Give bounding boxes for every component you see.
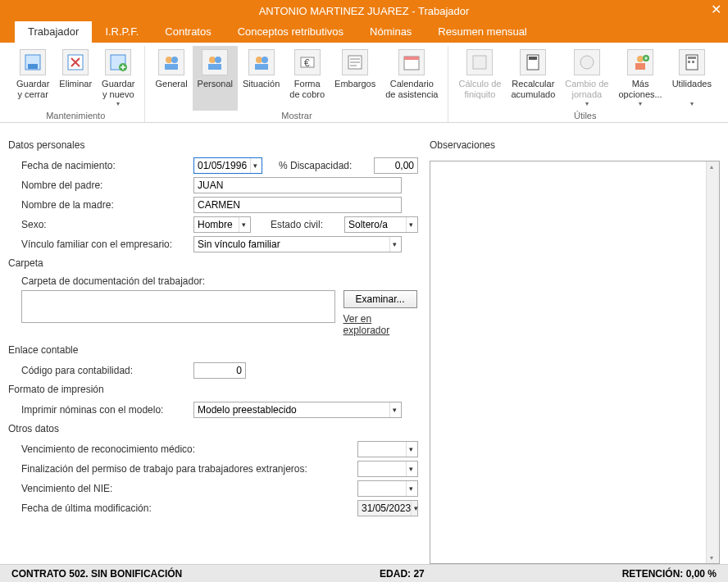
calendario-button[interactable]: Calendario de asistencia — [380, 46, 443, 111]
discapacidad-field[interactable] — [374, 157, 418, 174]
carpeta-textarea[interactable] — [21, 290, 335, 323]
chevron-down-icon: ▾ — [389, 402, 399, 417]
sexo-select[interactable]: Hombre▾ — [193, 216, 251, 233]
svg-point-11 — [256, 57, 262, 63]
mas-opciones-button[interactable]: Más opciones...▾ — [613, 46, 667, 111]
tab-irpf[interactable]: I.R.P.F. — [92, 20, 152, 43]
fecha-nacimiento-field[interactable]: 01/05/1996▾ — [193, 157, 262, 174]
ver-explorador-link[interactable]: Ver en explorador — [344, 313, 418, 336]
group-label: Mostrar — [281, 111, 312, 122]
tab-nominas[interactable]: Nóminas — [357, 20, 425, 43]
svg-point-9 — [215, 57, 221, 63]
tab-trabajador[interactable]: Trabajador — [15, 20, 92, 43]
utilidades-button[interactable]: Utilidades▾ — [667, 46, 717, 111]
mas-opciones-icon — [627, 49, 653, 75]
chevron-down-icon: ▾ — [250, 158, 260, 173]
svg-rect-13 — [255, 64, 268, 70]
tab-contratos[interactable]: Contratos — [152, 20, 224, 43]
chevron-down-icon: ▾ — [389, 237, 399, 252]
chevron-down-icon: ▾ — [406, 481, 416, 496]
imprimir-modelo-select[interactable]: Modelo preestablecido▾ — [193, 402, 402, 418]
general-button[interactable]: General — [150, 46, 192, 111]
eliminar-button[interactable]: Eliminar — [54, 46, 97, 111]
tab-conceptos[interactable]: Conceptos retributivos — [225, 20, 357, 43]
right-column: Observaciones — [430, 134, 720, 564]
chevron-down-icon: ▾ — [690, 100, 694, 107]
section-datos-personales: Datos personales — [8, 139, 418, 151]
svg-rect-1 — [28, 64, 38, 69]
fin-permiso-field[interactable]: ▾ — [357, 461, 418, 477]
save-new-icon — [105, 49, 131, 75]
guardar-nuevo-button[interactable]: Guardar y nuevo ▾ — [97, 46, 139, 111]
cambio-icon — [574, 49, 600, 75]
fin-permiso-label: Finalización del permiso de trabajo para… — [21, 463, 349, 475]
venc-medico-field[interactable]: ▾ — [357, 441, 418, 457]
embargos-button[interactable]: Embargos — [330, 46, 380, 111]
observaciones-textarea[interactable] — [430, 161, 720, 564]
title-bar: ANTONIO MARTINEZ JUAREZ - Trabajador ✕ — [0, 0, 728, 21]
venc-medico-label: Vencimiento de reconocimiento médico: — [21, 443, 349, 455]
svg-rect-28 — [688, 61, 690, 63]
carpeta-label: Carpeta de documentación del trabajador: — [21, 275, 205, 287]
delete-icon — [62, 49, 89, 75]
status-edad: EDAD: 27 — [380, 568, 425, 580]
situacion-button[interactable]: Situación — [238, 46, 284, 111]
vinculo-select[interactable]: Sin vínculo familiar▾ — [193, 236, 402, 252]
padre-field[interactable] — [193, 177, 402, 193]
chevron-down-icon: ▾ — [411, 501, 421, 516]
madre-label: Nombre de la madre: — [21, 199, 193, 211]
chevron-down-icon: ▾ — [585, 100, 589, 107]
svg-rect-27 — [688, 57, 696, 59]
svg-point-5 — [166, 57, 172, 63]
chevron-down-icon: ▾ — [406, 217, 416, 232]
cambio-jornada-button[interactable]: Cambio de jornada▾ — [560, 46, 613, 111]
svg-point-22 — [580, 56, 594, 69]
situacion-icon — [248, 49, 275, 75]
section-otros-datos: Otros datos — [8, 423, 418, 434]
group-label: Útiles — [574, 111, 597, 122]
form-area: Datos personales Fecha de nacimiento: 01… — [0, 123, 728, 564]
section-observaciones: Observaciones — [430, 139, 720, 151]
svg-point-8 — [209, 57, 216, 63]
tab-bar: Trabajador I.R.P.F. Contratos Conceptos … — [0, 21, 728, 43]
fecha-mod-field[interactable]: 31/05/2023▾ — [357, 500, 418, 516]
svg-text:€: € — [304, 57, 310, 69]
ribbon-group-mantenimiento: Guardar y cerrar Eliminar Guardar y nuev… — [7, 46, 145, 122]
general-icon — [158, 49, 184, 75]
fecha-mod-label: Fecha de última modificación: — [21, 502, 349, 514]
svg-rect-21 — [529, 57, 537, 60]
calculo-icon — [466, 49, 493, 75]
chevron-down-icon: ▾ — [239, 217, 248, 232]
svg-rect-10 — [208, 64, 221, 70]
calculo-finiquito-button[interactable]: Cálculo de finiquito — [453, 46, 506, 111]
codigo-contab-label: Código para contabilidad: — [21, 365, 193, 376]
forma-cobro-button[interactable]: €Forma de cobro — [284, 46, 330, 111]
estado-civil-select[interactable]: Soltero/a▾ — [344, 216, 418, 233]
personal-button[interactable]: Personal — [193, 46, 238, 111]
tab-resumen[interactable]: Resumen mensual — [425, 20, 539, 43]
vinculo-label: Vínculo familiar con el empresario: — [21, 239, 193, 250]
chevron-down-icon: ▾ — [116, 100, 120, 107]
recalcular-button[interactable]: Recalcular acumulado — [506, 46, 560, 111]
svg-rect-29 — [692, 61, 694, 63]
section-enlace-contable: Enlace contable — [8, 344, 418, 356]
fecha-nacimiento-label: Fecha de nacimiento: — [21, 160, 193, 171]
scrollbar[interactable] — [706, 161, 719, 563]
personal-icon — [202, 49, 228, 75]
forma-cobro-icon: € — [294, 49, 321, 75]
svg-rect-19 — [473, 56, 486, 69]
calendario-icon — [398, 49, 425, 75]
venc-nie-field[interactable]: ▾ — [357, 480, 418, 497]
section-formato-impresion: Formato de impresión — [8, 384, 418, 395]
close-icon[interactable]: ✕ — [711, 2, 721, 17]
ribbon: Guardar y cerrar Eliminar Guardar y nuev… — [0, 43, 728, 123]
group-label: Mantenimiento — [46, 111, 105, 122]
codigo-contab-field[interactable] — [193, 362, 246, 379]
svg-point-6 — [171, 57, 178, 63]
madre-field[interactable] — [193, 197, 402, 213]
examinar-button[interactable]: Examinar... — [344, 290, 417, 308]
svg-point-23 — [637, 56, 644, 62]
guardar-cerrar-button[interactable]: Guardar y cerrar — [11, 46, 54, 111]
estado-civil-label: Estado civil: — [271, 219, 323, 230]
sexo-label: Sexo: — [21, 219, 193, 230]
